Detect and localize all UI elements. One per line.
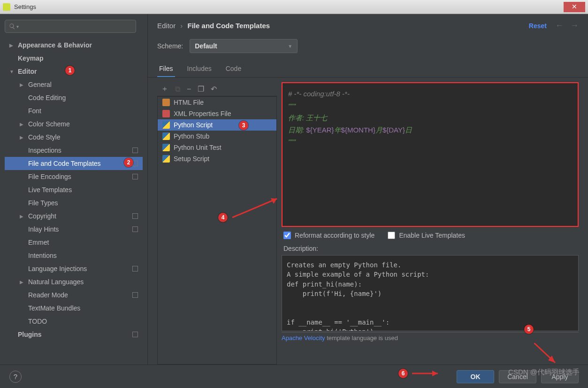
sidebar-item-label: Color Scheme — [28, 120, 143, 128]
search-input[interactable]: ▾ — [5, 20, 136, 33]
sidebar-item-color-scheme[interactable]: ▶Color Scheme — [5, 117, 143, 131]
ok-button[interactable]: OK — [457, 370, 494, 383]
sidebar-item-textmate-bundles[interactable]: ▶TextMate Bundles — [5, 302, 143, 315]
nav-back-icon[interactable]: ← — [555, 21, 564, 31]
template-item-html-file[interactable]: HTML File — [158, 97, 276, 108]
template-item-label: Python Script — [174, 121, 213, 129]
project-level-icon — [132, 292, 138, 298]
sidebar-item-label: General — [28, 81, 143, 88]
live-templates-checkbox[interactable]: Enable Live Templates — [388, 232, 465, 239]
sidebar-item-todo[interactable]: ▶TODO — [5, 315, 143, 328]
copy-icon: ⧉ — [175, 85, 180, 93]
sidebar-item-code-editing[interactable]: ▶Code Editing — [5, 91, 143, 104]
sidebar-item-editor[interactable]: ▼Editor1 — [5, 65, 143, 78]
xml-icon — [162, 110, 170, 117]
py-icon — [162, 121, 170, 129]
nav-forward-icon[interactable]: → — [570, 21, 579, 31]
sidebar-item-font[interactable]: ▶Font — [5, 104, 143, 117]
sidebar-item-label: Font — [28, 107, 143, 115]
sidebar-item-code-style[interactable]: ▶Code Style — [5, 131, 143, 144]
project-level-icon — [132, 266, 138, 272]
breadcrumb-parent[interactable]: Editor — [157, 22, 176, 30]
sidebar-item-label: Appearance & Behavior — [18, 41, 143, 49]
sidebar-item-plugins[interactable]: ▶Plugins — [5, 328, 143, 341]
sidebar-item-live-templates[interactable]: ▶Live Templates — [5, 183, 143, 196]
sidebar-item-copyright[interactable]: ▶Copyright — [5, 210, 143, 223]
sidebar-item-label: Inspections — [28, 147, 132, 154]
sidebar-item-label: Emmet — [28, 239, 143, 246]
sidebar-item-label: File and Code Templates — [28, 160, 132, 167]
sidebar-item-file-and-code-templates[interactable]: ▶File and Code Templates2 — [5, 157, 143, 170]
sidebar-item-file-encodings[interactable]: ▶File Encodings — [5, 170, 143, 183]
tab-includes[interactable]: Includes — [185, 61, 214, 77]
sidebar-item-file-types[interactable]: ▶File Types — [5, 196, 143, 210]
annotation-badge-1: 1 — [65, 66, 75, 75]
tab-files[interactable]: Files — [157, 61, 175, 77]
sidebar-item-label: Natural Languages — [28, 278, 143, 286]
sidebar-item-keymap[interactable]: ▶Keymap — [5, 52, 143, 65]
chevron-icon: ▶ — [9, 43, 16, 48]
chevron-icon: ▶ — [20, 135, 26, 140]
svg-marker-5 — [432, 371, 438, 376]
template-item-label: Python Unit Test — [174, 144, 221, 151]
sidebar-item-general[interactable]: ▶General — [5, 78, 143, 91]
sidebar-item-label: File Encodings — [28, 173, 132, 180]
apache-velocity-link[interactable]: Apache Velocity — [282, 334, 325, 341]
code-editor[interactable]: # -*- coding:utf-8 -*- """ 作者: 王十七 日期: $… — [282, 82, 579, 227]
svg-line-0 — [232, 199, 277, 217]
sidebar-item-emmet[interactable]: ▶Emmet — [5, 236, 143, 249]
template-item-python-stub[interactable]: Python Stub — [158, 131, 276, 142]
chevron-icon: ▼ — [9, 69, 16, 74]
remove-icon[interactable]: − — [187, 85, 191, 93]
sidebar-item-appearance-behavior[interactable]: ▶Appearance & Behavior — [5, 39, 143, 52]
sidebar-item-language-injections[interactable]: ▶Language Injections — [5, 262, 143, 275]
chevron-icon: ▶ — [20, 214, 26, 219]
footer-note: Apache Velocity template language is use… — [282, 332, 579, 341]
template-item-python-unit-test[interactable]: Python Unit Test — [158, 142, 276, 153]
annotation-arrow-4 — [232, 196, 284, 222]
project-level-icon — [132, 226, 138, 232]
html-icon — [162, 99, 170, 106]
help-button[interactable]: ? — [9, 371, 22, 383]
template-item-xml-properties-file[interactable]: XML Properties File — [158, 108, 276, 119]
annotation-badge-5: 5 — [524, 325, 534, 334]
sidebar-item-label: Editor — [18, 68, 143, 75]
close-button[interactable]: ✕ — [564, 2, 585, 12]
sidebar-item-inlay-hints[interactable]: ▶Inlay Hints — [5, 223, 143, 236]
breadcrumb: Editor › File and Code Templates — [157, 22, 270, 30]
sidebar-item-label: Code Style — [28, 133, 143, 141]
sidebar-item-natural-languages[interactable]: ▶Natural Languages — [5, 275, 143, 288]
project-level-icon — [132, 332, 138, 337]
sidebar-item-label: File Types — [28, 199, 143, 207]
annotation-badge-6: 6 — [398, 369, 408, 378]
sidebar-item-reader-mode[interactable]: ▶Reader Mode — [5, 288, 143, 302]
sidebar-item-label: Plugins — [18, 331, 132, 338]
scheme-select[interactable]: Default ▼ — [190, 39, 298, 53]
reset-link[interactable]: Reset — [529, 22, 547, 30]
titlebar: Settings ✕ — [0, 0, 588, 14]
sidebar-item-label: Live Templates — [28, 186, 143, 194]
search-icon — [9, 23, 15, 30]
add-icon[interactable]: ＋ — [161, 84, 168, 94]
template-item-python-script[interactable]: Python Script3 — [158, 119, 276, 131]
chevron-icon: ▶ — [20, 122, 26, 127]
duplicate-icon[interactable]: ❐ — [198, 85, 204, 93]
template-list: HTML FileXML Properties FilePython Scrip… — [157, 96, 277, 365]
template-toolbar: ＋ ⧉ − ❐ ↶ — [157, 82, 277, 96]
chevron-icon: ▶ — [20, 82, 26, 87]
breadcrumb-current: File and Code Templates — [188, 22, 270, 30]
tab-code[interactable]: Code — [224, 61, 243, 77]
description-label: Description: — [282, 244, 579, 253]
tabs-row: FilesIncludesCode — [148, 60, 588, 78]
sidebar-item-label: Copyright — [28, 212, 132, 220]
template-item-setup-script[interactable]: Setup Script — [158, 153, 276, 164]
reformat-checkbox[interactable]: Reformat according to style — [283, 232, 374, 239]
sidebar-item-intentions[interactable]: ▶Intentions — [5, 249, 143, 262]
sidebar-item-inspections[interactable]: ▶Inspections — [5, 144, 143, 157]
description-box[interactable]: Creates an empty Python file. A simple e… — [282, 255, 579, 331]
py-icon — [162, 155, 170, 163]
undo-icon[interactable]: ↶ — [211, 85, 217, 93]
chevron-down-icon: ▼ — [288, 44, 292, 49]
annotation-arrow-6 — [412, 369, 445, 378]
annotation-badge-4: 4 — [218, 213, 228, 222]
